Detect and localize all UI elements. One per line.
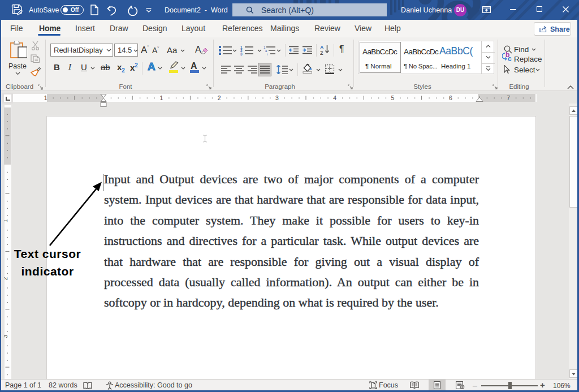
svg-text:4: 4: [333, 94, 336, 101]
svg-text:i: i: [267, 53, 267, 55]
svg-text:3: 3: [240, 52, 243, 55]
svg-text:7: 7: [507, 94, 510, 101]
svg-text:2: 2: [218, 94, 221, 101]
svg-text:3: 3: [275, 94, 279, 101]
svg-text:1: 1: [4, 219, 8, 222]
svg-text:1: 1: [44, 94, 47, 101]
svg-text:5: 5: [391, 94, 395, 101]
svg-text:3: 3: [4, 335, 8, 338]
svg-text:A: A: [320, 45, 324, 50]
svg-text:1: 1: [159, 94, 163, 101]
svg-text:Z: Z: [320, 50, 323, 55]
svg-text:6: 6: [449, 94, 452, 101]
